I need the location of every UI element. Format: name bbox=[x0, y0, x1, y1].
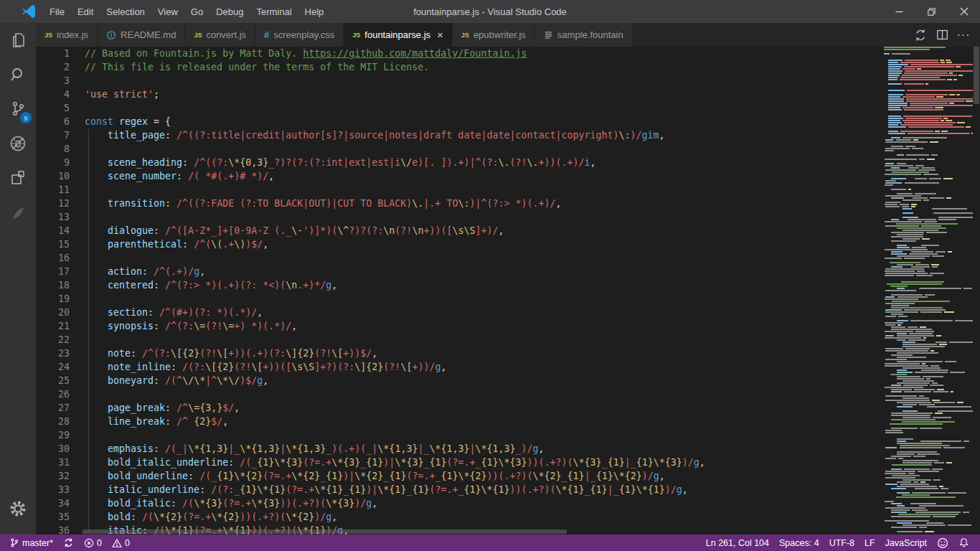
code-line[interactable]: 15 parenthetical: /^(\(.+\))$/, bbox=[36, 237, 882, 251]
split-editor-button[interactable] bbox=[931, 23, 953, 47]
code-line[interactable]: 13 bbox=[36, 210, 882, 224]
minimap-mark bbox=[888, 90, 905, 91]
activity-source-control[interactable]: 9 bbox=[0, 92, 36, 126]
minimap-mark bbox=[885, 350, 928, 352]
status-language-mode[interactable]: JavaScript bbox=[882, 534, 930, 551]
minimap-mark bbox=[903, 199, 921, 201]
more-actions-button[interactable]: ··· bbox=[953, 23, 974, 47]
code-line[interactable]: 19 bbox=[36, 292, 882, 306]
code-line[interactable]: 11 bbox=[36, 183, 882, 197]
code-line[interactable]: 4'use strict'; bbox=[36, 88, 882, 101]
tab-fountainparse.js[interactable]: JSfountainparse.js× bbox=[344, 23, 453, 47]
minimap[interactable] bbox=[882, 47, 973, 534]
code-token: )/ bbox=[354, 498, 366, 509]
code-line[interactable]: 20 section: /^(#+)(?: *)(.*)/, bbox=[36, 306, 882, 319]
code-line[interactable]: 34 bold_italic: /(\*{3}(?=.+\*{3}))(.+?)… bbox=[36, 496, 882, 510]
vertical-scrollbar[interactable] bbox=[973, 47, 980, 534]
tab-convert.js[interactable]: JSconvert.js bbox=[185, 23, 255, 47]
code-token: ))(.+?)( bbox=[510, 484, 556, 495]
code-line[interactable]: 33 italic_underline: /(?:_{1}\*{1}(?=.+\… bbox=[36, 483, 882, 496]
menu-debug[interactable]: Debug bbox=[209, 0, 250, 23]
activity-manage[interactable] bbox=[0, 491, 36, 526]
menu-help[interactable]: Help bbox=[298, 0, 331, 23]
menu-go[interactable]: Go bbox=[184, 0, 209, 23]
code-line[interactable]: 8 bbox=[36, 142, 882, 156]
code-token: \s\S bbox=[291, 362, 314, 372]
status-feedback-smiley[interactable] bbox=[933, 534, 952, 551]
status-cursor-position[interactable]: Ln 261, Col 104 bbox=[702, 534, 773, 551]
activity-custom-extension[interactable] bbox=[0, 195, 36, 230]
code-token: , bbox=[263, 239, 268, 250]
code-line[interactable]: 14 dialogue: /^([A-Z*_]+[0-9A-Z (._\-')]… bbox=[36, 224, 882, 237]
code-line[interactable]: 3 bbox=[36, 74, 882, 88]
tab-screenplay.css[interactable]: #screenplay.css bbox=[255, 23, 344, 47]
tab-README.md[interactable]: README.md bbox=[98, 23, 185, 47]
code-line[interactable]: 10 scene_number: /( *#(.+)# *)/, bbox=[36, 169, 882, 183]
code-line[interactable]: 24 note_inline: /(?:\[{2}(?!\[+))([\s\S]… bbox=[36, 360, 882, 374]
code-line[interactable]: 1// Based on Fountain.js by Matt Daly. h… bbox=[36, 47, 882, 60]
tab-index.js[interactable]: JSindex.js bbox=[36, 23, 98, 47]
menu-edit[interactable]: Edit bbox=[71, 0, 100, 23]
code-line[interactable]: 7 title_page: /^((?:title|credit|author[… bbox=[36, 128, 882, 142]
status-eol[interactable]: LF bbox=[861, 534, 879, 551]
minimap-row bbox=[882, 514, 973, 515]
activity-extensions[interactable] bbox=[0, 161, 36, 195]
status-sync[interactable] bbox=[60, 534, 77, 551]
code-line[interactable]: 16 bbox=[36, 251, 882, 265]
status-git-branch[interactable]: master* bbox=[6, 534, 57, 551]
code-line[interactable]: 30 emphasis: /(_|\*{1,3}|_\*{1,3}|\*{1,3… bbox=[36, 442, 882, 456]
horizontal-scrollbar[interactable] bbox=[36, 529, 882, 534]
activity-explorer[interactable] bbox=[0, 23, 36, 57]
code-line[interactable]: 23 note: /^(?:\[{2}(?!\[+))(.+)(?:\]{2}(… bbox=[36, 347, 882, 360]
activity-debug[interactable] bbox=[0, 126, 36, 161]
status-warnings[interactable]: 0 bbox=[108, 534, 133, 551]
minimap-row bbox=[882, 458, 973, 459]
code-line[interactable]: 9 scene_heading: /^((?:\*{0,3}_?)?(?:(?:… bbox=[36, 156, 882, 169]
status-notifications[interactable] bbox=[955, 534, 973, 551]
minimap-mark bbox=[946, 197, 951, 199]
tab-sample.fountain[interactable]: sample.fountain bbox=[535, 23, 633, 47]
menu-selection[interactable]: Selection bbox=[100, 0, 151, 23]
menu-view[interactable]: View bbox=[151, 0, 184, 23]
vertical-scrollbar-thumb[interactable] bbox=[974, 47, 979, 104]
code-line[interactable]: 6const regex = { bbox=[36, 115, 882, 128]
code-line[interactable]: 22 bbox=[36, 333, 882, 347]
code-line[interactable]: 27 page_break: /^\={3,}$/, bbox=[36, 401, 882, 415]
code-area[interactable]: 1// Based on Fountain.js by Matt Daly. h… bbox=[36, 47, 882, 534]
minimize-button[interactable] bbox=[883, 0, 915, 23]
horizontal-scrollbar-thumb[interactable] bbox=[83, 529, 567, 534]
status-indentation[interactable]: Spaces: 4 bbox=[776, 534, 823, 551]
code-line[interactable]: 25 boneyard: /(^\/\*|^\*\/)$/g, bbox=[36, 374, 882, 387]
open-changes-button[interactable] bbox=[910, 23, 931, 47]
code-line[interactable]: 26 bbox=[36, 387, 882, 401]
status-errors[interactable]: 0 bbox=[80, 534, 105, 551]
tab-close-icon[interactable]: × bbox=[437, 29, 443, 40]
code-line[interactable]: 35 bold: /(\*{2}(?=.+\*{2}))(.+?)(\*{2})… bbox=[36, 510, 882, 524]
code-token: section bbox=[108, 307, 148, 318]
code-line[interactable]: 12 transition: /^((?:FADE (?:TO BLACK|OU… bbox=[36, 197, 882, 210]
close-button[interactable] bbox=[948, 0, 980, 23]
code-token: /^(?:> *)(.+)(?: *<)( bbox=[165, 280, 286, 291]
editor[interactable]: 1// Based on Fountain.js by Matt Daly. h… bbox=[36, 47, 980, 534]
tab-epubwriter.js[interactable]: JSepubwriter.js bbox=[453, 23, 535, 47]
activity-search[interactable] bbox=[0, 57, 36, 92]
code-line[interactable]: 17 action: /^(.+)/g, bbox=[36, 265, 882, 278]
status-encoding[interactable]: UTF-8 bbox=[826, 534, 858, 551]
code-token: ]+)/ bbox=[475, 225, 498, 236]
code-line[interactable]: 5 bbox=[36, 101, 882, 115]
minimap-mark bbox=[916, 275, 933, 276]
code-line[interactable]: 2// This file is released under the term… bbox=[36, 60, 882, 74]
minimap-mark bbox=[885, 501, 894, 502]
minimap-mark bbox=[906, 154, 929, 156]
code-line[interactable]: 29 bbox=[36, 428, 882, 442]
minimap-row bbox=[882, 524, 973, 526]
code-line[interactable]: 32 bold_underline: /(_{1}\*{2}(?=.+\*{2}… bbox=[36, 469, 882, 483]
menu-file[interactable]: File bbox=[43, 0, 71, 23]
code-line[interactable]: 21 synopsis: /^(?:\=(?!\=+) *)(.*)/, bbox=[36, 319, 882, 333]
code-line[interactable]: 18 centered: /^(?:> *)(.+)(?: *<)(\n.+)*… bbox=[36, 278, 882, 292]
menu-terminal[interactable]: Terminal bbox=[250, 0, 298, 23]
code-line[interactable]: 31 bold_italic_underline: /(_{1}\*{3}(?=… bbox=[36, 456, 882, 469]
restore-button[interactable] bbox=[915, 0, 948, 23]
minimap-row bbox=[882, 47, 973, 48]
code-line[interactable]: 28 line_break: /^ {2}$/, bbox=[36, 415, 882, 428]
